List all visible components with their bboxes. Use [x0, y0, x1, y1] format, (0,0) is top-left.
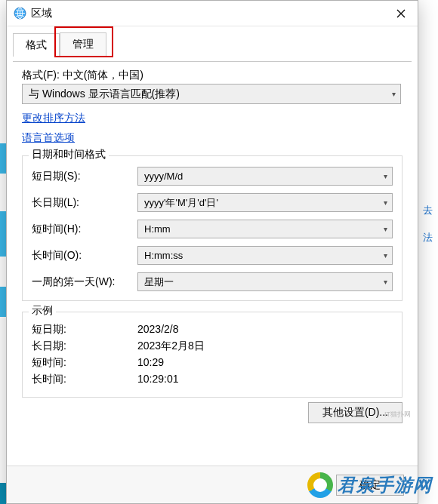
background-link[interactable]: 法: [423, 231, 433, 244]
dropdown-value: H:mm:ss: [144, 250, 183, 261]
label-long-time: 长时间(O):: [32, 249, 137, 263]
dropdown-value: H:mm: [144, 223, 171, 235]
chevron-down-icon: ▾: [384, 198, 387, 207]
example-label: 短日期:: [32, 323, 137, 337]
other-settings-row: 其他设置(D)...: [22, 402, 403, 423]
example-value: 2023/2/8: [137, 323, 179, 337]
dropdown-value: yyyy'年'M'月'd'日': [144, 196, 218, 210]
links-area: 更改排序方法 语言首选项: [22, 112, 403, 151]
row-first-day: 一周的第一天(W): 星期一 ▾: [32, 272, 393, 291]
dropdown-value: 星期一: [144, 275, 174, 289]
dropdown-short-time[interactable]: H:mm ▾: [137, 220, 393, 238]
dropdown-short-date[interactable]: yyyy/M/d ▾: [137, 167, 393, 186]
row-short-time: 短时间(H): H:mm ▾: [32, 220, 393, 238]
example-short-time: 短时间: 10:29: [32, 356, 393, 370]
chevron-down-icon: ▾: [384, 278, 387, 286]
row-long-date: 长日期(L): yyyy'年'M'月'd'日' ▾: [32, 193, 393, 212]
region-dialog: 区域 格式 管理 格式(F): 中文(简体，中国) 与 Windows 显示语言…: [6, 0, 418, 504]
example-label: 长时间:: [32, 373, 137, 386]
close-button[interactable]: [384, 2, 418, 26]
window-title: 区域: [31, 7, 384, 20]
example-long-date: 长日期: 2023年2月8日: [32, 340, 393, 353]
row-short-date: 短日期(S): yyyy/M/d ▾: [32, 167, 393, 186]
example-label: 短时间:: [32, 356, 137, 370]
titlebar: 区域: [7, 1, 418, 26]
link-language-prefs[interactable]: 语言首选项: [22, 131, 75, 145]
label-short-date: 短日期(S):: [32, 170, 137, 183]
example-long-time: 长时间: 10:29:01: [32, 373, 393, 386]
tab-format[interactable]: 格式: [13, 33, 60, 57]
example-value: 10:29: [137, 356, 164, 370]
dropdown-first-day[interactable]: 星期一 ▾: [137, 272, 393, 291]
example-value: 10:29:01: [137, 373, 179, 386]
dialog-footer: 确定: [7, 466, 418, 503]
chevron-down-icon: ▾: [384, 172, 387, 180]
example-group: 示例 短日期: 2023/2/8 长日期: 2023年2月8日 短时间: 10:…: [22, 312, 403, 398]
chevron-down-icon: ▾: [384, 251, 387, 260]
dropdown-long-date[interactable]: yyyy'年'M'月'd'日' ▾: [137, 193, 393, 212]
chevron-down-icon: ▾: [384, 225, 387, 233]
globe-icon: [13, 7, 26, 20]
label-first-day: 一周的第一天(W):: [32, 275, 137, 289]
tab-admin[interactable]: 管理: [60, 32, 106, 56]
label-short-time: 短时间(H):: [32, 223, 137, 236]
dropdown-long-time[interactable]: H:mm:ss ▾: [137, 246, 393, 265]
example-value: 2023年2月8日: [137, 340, 205, 353]
background-link[interactable]: 去: [423, 204, 433, 217]
format-dropdown-value: 与 Windows 显示语言匹配(推荐): [29, 88, 180, 101]
close-icon: [396, 9, 406, 18]
tab-content: 格式(F): 中文(简体，中国) 与 Windows 显示语言匹配(推荐) ▾ …: [7, 57, 418, 466]
example-label: 长日期:: [32, 340, 137, 353]
row-long-time: 长时间(O): H:mm:ss ▾: [32, 246, 393, 265]
format-label: 格式(F): 中文(简体，中国): [22, 69, 403, 82]
datetime-format-group: 日期和时间格式 短日期(S): yyyy/M/d ▾ 长日期(L): yyyy'…: [22, 155, 403, 301]
format-dropdown[interactable]: 与 Windows 显示语言匹配(推荐) ▾: [22, 84, 401, 104]
example-short-date: 短日期: 2023/2/8: [32, 323, 393, 337]
example-group-title: 示例: [29, 304, 56, 318]
dropdown-value: yyyy/M/d: [144, 171, 183, 182]
ok-button[interactable]: 确定: [336, 475, 404, 496]
datetime-group-title: 日期和时间格式: [29, 148, 109, 161]
link-change-sort[interactable]: 更改排序方法: [22, 112, 85, 125]
other-settings-button[interactable]: 其他设置(D)...: [308, 402, 403, 423]
tab-strip: 格式 管理: [7, 26, 418, 57]
chevron-down-icon: ▾: [392, 90, 396, 98]
label-long-date: 长日期(L):: [32, 196, 137, 210]
